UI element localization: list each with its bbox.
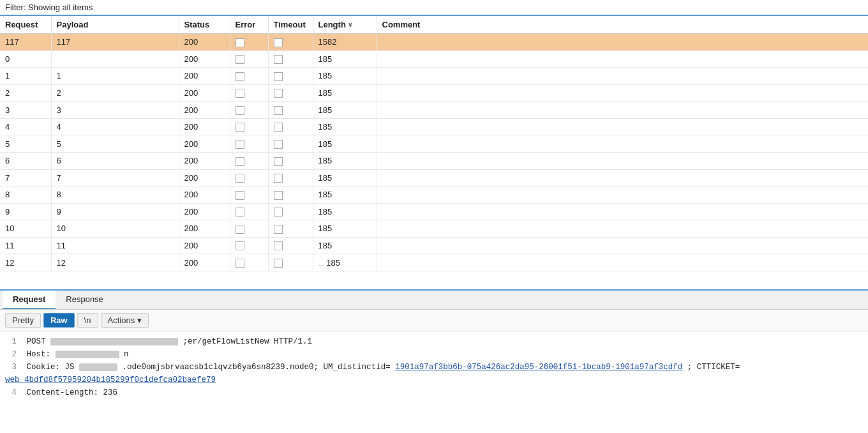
timeout-checkbox[interactable] bbox=[274, 157, 283, 166]
cell-error[interactable] bbox=[230, 220, 268, 238]
cell-timeout[interactable] bbox=[268, 169, 313, 186]
cell-error[interactable] bbox=[230, 34, 268, 51]
line-num-4: 4 bbox=[5, 386, 17, 399]
col-header-request[interactable]: Request bbox=[0, 16, 51, 34]
col-header-error[interactable]: Error bbox=[230, 16, 268, 34]
pretty-button[interactable]: Pretty bbox=[5, 313, 41, 328]
cell-status: 200 bbox=[179, 84, 230, 102]
timeout-checkbox[interactable] bbox=[274, 55, 283, 64]
col-header-timeout[interactable]: Timeout bbox=[268, 16, 313, 34]
table-row[interactable]: 1212200... 185 bbox=[0, 254, 868, 271]
table-row[interactable]: 55200185 bbox=[0, 135, 868, 153]
table-row[interactable]: 1010200185 bbox=[0, 220, 868, 238]
cell-timeout[interactable] bbox=[268, 34, 313, 51]
cell-timeout[interactable] bbox=[268, 135, 313, 153]
cell-error[interactable] bbox=[230, 68, 268, 85]
table-row[interactable]: 1111200185 bbox=[0, 237, 868, 254]
error-checkbox[interactable] bbox=[236, 89, 244, 98]
cell-error[interactable] bbox=[230, 169, 268, 186]
col-header-length[interactable]: Length ∨ bbox=[313, 16, 377, 34]
cell-timeout[interactable] bbox=[268, 237, 313, 254]
col-header-comment[interactable]: Comment bbox=[377, 16, 868, 34]
timeout-checkbox[interactable] bbox=[274, 241, 283, 250]
cell-timeout[interactable] bbox=[268, 220, 313, 238]
error-checkbox[interactable] bbox=[236, 241, 244, 250]
actions-button[interactable]: Actions ▾ bbox=[101, 313, 149, 328]
raw-button[interactable]: Raw bbox=[43, 313, 75, 328]
error-checkbox[interactable] bbox=[236, 208, 244, 216]
error-checkbox[interactable] bbox=[236, 225, 244, 234]
table-row[interactable]: 44200185 bbox=[0, 118, 868, 135]
error-checkbox[interactable] bbox=[236, 55, 244, 64]
table-row[interactable]: 1171172001582 bbox=[0, 34, 868, 51]
table-row[interactable]: 0200185 bbox=[0, 50, 868, 68]
error-checkbox[interactable] bbox=[236, 140, 244, 149]
tab-request[interactable]: Request bbox=[3, 291, 56, 309]
cell-timeout[interactable] bbox=[268, 102, 313, 119]
timeout-checkbox[interactable] bbox=[274, 89, 283, 98]
timeout-checkbox[interactable] bbox=[274, 38, 283, 47]
error-checkbox[interactable] bbox=[236, 157, 244, 166]
cell-error[interactable] bbox=[230, 50, 268, 68]
cell-timeout[interactable] bbox=[268, 68, 313, 85]
timeout-checkbox[interactable] bbox=[274, 208, 283, 216]
table-row[interactable]: 99200185 bbox=[0, 203, 868, 220]
timeout-checkbox[interactable] bbox=[274, 225, 283, 234]
timeout-checkbox[interactable] bbox=[274, 106, 283, 115]
filter-bar: Filter: Showing all items bbox=[0, 0, 868, 16]
error-checkbox[interactable] bbox=[236, 174, 244, 183]
cell-error[interactable] bbox=[230, 203, 268, 220]
cell-payload: 8 bbox=[51, 186, 179, 204]
cell-length: 185 bbox=[313, 220, 377, 238]
code-line-2: 2 Host: n bbox=[5, 348, 863, 361]
table-row[interactable]: 77200185 bbox=[0, 169, 868, 186]
table-row[interactable]: 11200185 bbox=[0, 68, 868, 85]
table-row[interactable]: 22200185 bbox=[0, 84, 868, 102]
cell-status: 200 bbox=[179, 152, 230, 169]
cell-status: 200 bbox=[179, 254, 230, 271]
timeout-checkbox[interactable] bbox=[274, 259, 283, 268]
table-row[interactable]: 88200185 bbox=[0, 186, 868, 204]
cell-error[interactable] bbox=[230, 152, 268, 169]
table-row[interactable]: 66200185 bbox=[0, 152, 868, 169]
timeout-checkbox[interactable] bbox=[274, 174, 283, 183]
cell-error[interactable] bbox=[230, 84, 268, 102]
cell-error[interactable] bbox=[230, 237, 268, 254]
cell-timeout[interactable] bbox=[268, 84, 313, 102]
cell-status: 200 bbox=[179, 203, 230, 220]
cell-timeout[interactable] bbox=[268, 203, 313, 220]
timeout-checkbox[interactable] bbox=[274, 72, 283, 81]
cell-timeout[interactable] bbox=[268, 152, 313, 169]
cell-length: 185 bbox=[313, 68, 377, 85]
error-checkbox[interactable] bbox=[236, 259, 244, 268]
cell-timeout[interactable] bbox=[268, 118, 313, 135]
filter-label: Filter: Showing all items bbox=[5, 3, 93, 12]
cell-length: 185 bbox=[313, 50, 377, 68]
cell-error[interactable] bbox=[230, 102, 268, 119]
cell-error[interactable] bbox=[230, 135, 268, 153]
cell-timeout[interactable] bbox=[268, 50, 313, 68]
error-checkbox[interactable] bbox=[236, 106, 244, 115]
tab-response[interactable]: Response bbox=[56, 291, 114, 309]
newline-button[interactable]: \n bbox=[77, 313, 98, 328]
line-num-2: 2 bbox=[5, 348, 17, 361]
error-checkbox[interactable] bbox=[236, 123, 244, 132]
cell-timeout[interactable] bbox=[268, 186, 313, 204]
timeout-checkbox[interactable] bbox=[274, 140, 283, 149]
table-row[interactable]: 33200185 bbox=[0, 102, 868, 119]
timeout-checkbox[interactable] bbox=[274, 191, 283, 200]
cell-error[interactable] bbox=[230, 118, 268, 135]
cell-comment bbox=[377, 34, 868, 51]
error-checkbox[interactable] bbox=[236, 191, 244, 200]
timeout-checkbox[interactable] bbox=[274, 123, 283, 132]
cookie-link-2[interactable]: web_4bdfd8f57959204b185299f0c1defca02bae… bbox=[5, 376, 216, 384]
cell-error[interactable] bbox=[230, 254, 268, 271]
cell-error[interactable] bbox=[230, 186, 268, 204]
cookie-link-1[interactable]: 1901a97af3bb6b-075a426ac2da95-26001f51-1… bbox=[395, 363, 682, 372]
cell-timeout[interactable] bbox=[268, 254, 313, 271]
error-checkbox[interactable] bbox=[236, 72, 244, 81]
col-header-status[interactable]: Status bbox=[179, 16, 230, 34]
col-header-payload[interactable]: Payload bbox=[51, 16, 179, 34]
error-checkbox[interactable] bbox=[236, 38, 244, 47]
cell-length: ... 185 bbox=[313, 254, 377, 271]
